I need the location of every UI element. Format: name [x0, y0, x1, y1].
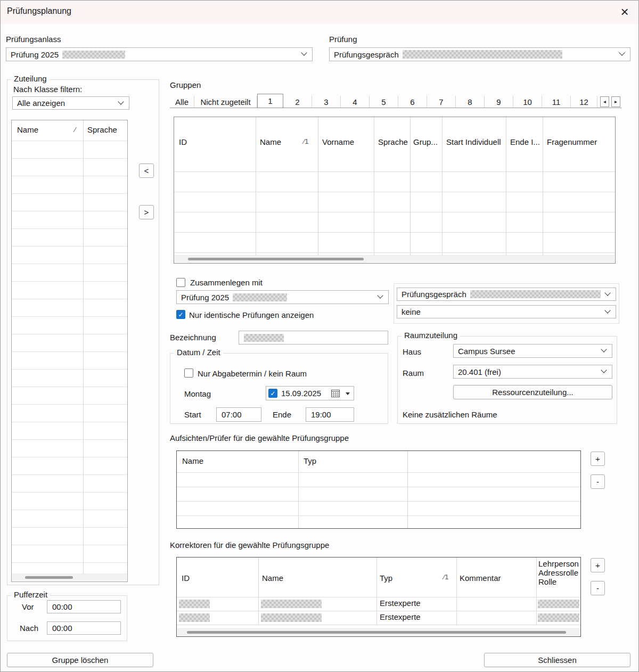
- column-header-name[interactable]: Name: [260, 137, 281, 146]
- column-header-vorname[interactable]: Vorname: [322, 137, 354, 146]
- redacted-text: [261, 613, 322, 622]
- ende-input[interactable]: 19:00: [306, 407, 354, 422]
- scrollbar-thumb[interactable]: [188, 258, 364, 260]
- sort-indicator-icon: ∕1: [304, 137, 308, 145]
- start-input[interactable]: 07:00: [216, 407, 261, 422]
- tab-9[interactable]: 9: [485, 96, 513, 108]
- column-header-ende-individuell[interactable]: Ende I...: [510, 137, 540, 146]
- tab-7[interactable]: 7: [427, 96, 456, 108]
- bezeichnung-label: Bezeichnung: [170, 333, 216, 342]
- chevron-down-icon: [118, 99, 124, 104]
- column-divider: [543, 117, 543, 256]
- raum-label: Raum: [403, 368, 424, 378]
- identisch-checkbox[interactable]: ✓: [176, 310, 185, 319]
- keine-select[interactable]: keine: [397, 305, 616, 318]
- chevron-down-icon: [601, 367, 607, 373]
- ressourcenzuteilung-button[interactable]: Ressourcenzuteilung...: [453, 385, 612, 399]
- row-lines: [174, 171, 615, 256]
- haus-select[interactable]: Campus Sursee: [453, 344, 612, 358]
- column-header-gruppe[interactable]: Grup...: [413, 137, 438, 146]
- close-icon[interactable]: ×: [616, 3, 633, 20]
- sort-indicator-icon: ∕1: [444, 573, 448, 581]
- datum-zeit-legend: Datum / Zeit: [174, 348, 223, 357]
- dropdown-arrow-icon[interactable]: [346, 392, 350, 395]
- tabs-scroll-left-icon[interactable]: ◄: [600, 96, 609, 107]
- tab-8[interactable]: 8: [456, 96, 485, 108]
- klasse-filter-select[interactable]: Alle anzeigen: [12, 96, 129, 110]
- zusammenlegen-label: Zusammenlegen mit: [190, 278, 263, 287]
- horizontal-scrollbar[interactable]: [177, 628, 580, 636]
- zusammenlegen-gespraech-select[interactable]: Prüfungsgespräch: [397, 288, 616, 301]
- column-divider: [536, 558, 537, 625]
- column-header-lehrperson[interactable]: Lehrperson Adressrolle Rolle: [538, 559, 581, 586]
- column-header-sprache[interactable]: Sprache: [378, 137, 408, 146]
- column-header-name[interactable]: Name: [17, 125, 38, 134]
- tab-3[interactable]: 3: [312, 96, 341, 108]
- horizontal-scrollbar[interactable]: [12, 573, 127, 581]
- tab-nicht-zugeteilt[interactable]: Nicht zugeteilt: [194, 96, 257, 108]
- tab-5[interactable]: 5: [370, 96, 398, 108]
- raum-select[interactable]: 20.401 (frei): [453, 365, 612, 379]
- column-header-kommentar[interactable]: Kommentar: [460, 573, 501, 583]
- horizontal-scrollbar[interactable]: [175, 255, 615, 263]
- tab-2[interactable]: 2: [283, 96, 312, 108]
- row-divider: [177, 597, 580, 597]
- zusammenlegen-checkbox[interactable]: [176, 278, 185, 287]
- aufsichten-add-button[interactable]: +: [591, 452, 605, 466]
- tab-alle[interactable]: Alle: [170, 96, 194, 108]
- scrollbar-thumb[interactable]: [187, 631, 566, 634]
- tab-6[interactable]: 6: [398, 96, 427, 108]
- column-header-id[interactable]: ID: [179, 137, 187, 146]
- bezeichnung-input[interactable]: [239, 331, 388, 345]
- tab-10[interactable]: 10: [513, 96, 542, 108]
- datum-checkbox[interactable]: ✓: [268, 389, 277, 398]
- column-header-id[interactable]: ID: [182, 573, 190, 583]
- tab-4[interactable]: 4: [341, 96, 370, 108]
- column-divider: [374, 117, 374, 256]
- tab-11[interactable]: 11: [542, 96, 571, 108]
- column-header-sprache[interactable]: Sprache: [87, 125, 117, 134]
- scrollbar-thumb[interactable]: [25, 576, 73, 579]
- column-divider: [298, 451, 299, 528]
- start-value: 07:00: [222, 410, 242, 419]
- ende-value: 19:00: [311, 410, 331, 419]
- calendar-icon[interactable]: [331, 389, 340, 397]
- pruefungsanlass-select[interactable]: Prüfung 2025: [6, 47, 313, 61]
- raum-value: 20.401 (frei): [458, 367, 501, 376]
- schliessen-button[interactable]: Schliessen: [484, 653, 630, 667]
- column-header-typ[interactable]: Typ: [304, 456, 316, 465]
- gruppe-loeschen-button[interactable]: Gruppe löschen: [7, 653, 153, 667]
- tab-1[interactable]: 1: [257, 94, 283, 108]
- column-divider: [318, 117, 318, 256]
- column-header-typ[interactable]: Typ: [380, 573, 392, 583]
- column-divider: [376, 558, 377, 625]
- redacted-text: [261, 600, 322, 608]
- aufsichten-remove-button[interactable]: -: [591, 474, 605, 489]
- column-divider: [410, 117, 411, 256]
- nach-input[interactable]: 00:00: [47, 621, 121, 635]
- chevron-down-icon: [619, 50, 625, 55]
- column-header-fragenummer[interactable]: Fragenummer: [547, 137, 597, 146]
- korrektoren-add-button[interactable]: +: [591, 558, 605, 572]
- sort-indicator-icon: ∕: [75, 126, 76, 134]
- column-header-start-individuell[interactable]: Start Individuell: [446, 137, 501, 146]
- column-header-name[interactable]: Name: [262, 573, 283, 583]
- pruefung-select[interactable]: Prüfungsgespräch: [329, 47, 630, 61]
- tab-12[interactable]: 12: [571, 96, 597, 108]
- pruefungsanlass-value: Prüfung 2025: [11, 50, 59, 59]
- zusammenlegen-pruefung-select[interactable]: Prüfung 2025: [176, 290, 389, 304]
- vor-input[interactable]: 00:00: [47, 600, 121, 613]
- pruefung-label: Prüfung: [329, 35, 357, 44]
- pruefung-value: Prüfungsgespräch: [334, 50, 399, 59]
- tabs-scroll-right-icon[interactable]: ►: [611, 96, 620, 107]
- korrektoren-remove-button[interactable]: -: [591, 581, 605, 595]
- redacted-text: [233, 293, 287, 301]
- korrektoren-label: Korrektoren für die gewählte Prüfungsgru…: [170, 540, 329, 550]
- move-right-button[interactable]: >: [139, 205, 154, 219]
- abgabetermin-checkbox[interactable]: [184, 368, 193, 378]
- move-left-button[interactable]: <: [139, 163, 154, 178]
- column-header-name[interactable]: Name: [182, 456, 203, 465]
- datum-field[interactable]: ✓ 15.09.2025: [266, 386, 354, 400]
- column-divider: [256, 117, 256, 256]
- chevron-down-icon: [604, 290, 610, 296]
